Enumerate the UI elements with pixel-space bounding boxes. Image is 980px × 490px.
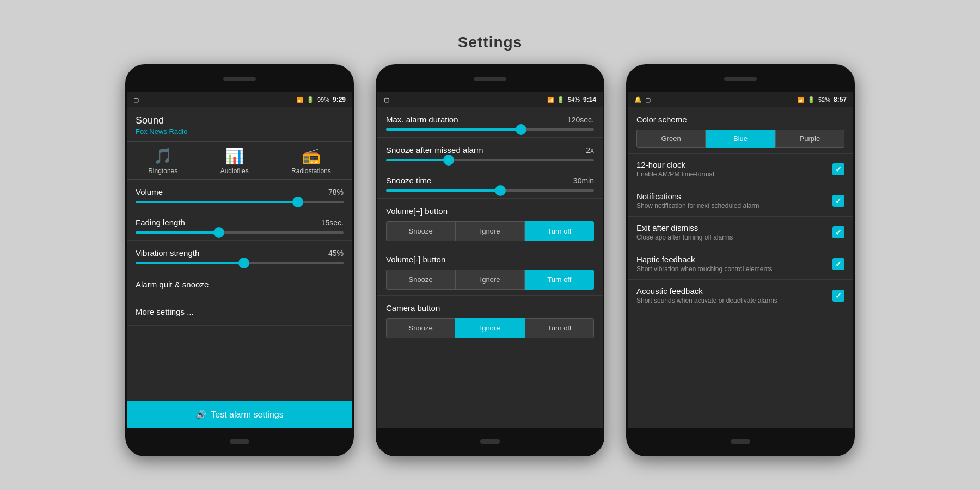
toggle-notifications-sublabel: Show notification for next scheduled ala… [636, 202, 826, 210]
phone-2: ▢ 📶 🔋 54% 9:14 Max. alarm duration 120se… [376, 64, 604, 456]
tab-ringtones[interactable]: 🎵 Ringtones [148, 147, 177, 175]
camera-snooze[interactable]: Snooze [386, 318, 455, 338]
alarm-quit-snooze-item[interactable]: Alarm quit & snooze [127, 271, 352, 298]
volume-minus-section: Volume[-] button Snooze Ignore Turn off [377, 247, 603, 296]
toggle-acoustic-text: Acoustic feedback Short sounds when acti… [636, 286, 826, 304]
tab-audiofiles[interactable]: 📊 Audiofiles [220, 147, 249, 175]
toggle-exit-dismiss-checkbox[interactable] [832, 226, 844, 238]
sound-title: Sound [136, 115, 344, 126]
volume-minus-label: Volume[-] button [386, 255, 594, 264]
toggle-haptic-sublabel: Short vibration when touching control el… [636, 265, 826, 273]
vibration-slider[interactable] [136, 262, 344, 264]
vibration-thumb[interactable] [238, 258, 249, 268]
page-title: Settings [458, 34, 522, 51]
phone-2-bezel-top [377, 66, 603, 92]
volume-minus-buttons: Snooze Ignore Turn off [386, 270, 594, 290]
speaker-icon: 🔊 [195, 409, 206, 420]
fading-slider[interactable] [136, 231, 344, 234]
max-alarm-value: 120sec. [567, 115, 594, 124]
volume-plus-snooze[interactable]: Snooze [386, 221, 455, 241]
phone-1-battery-icon: 🔋 [307, 96, 314, 103]
toggle-exit-dismiss[interactable]: Exit after dismiss Close app after turni… [628, 217, 853, 248]
toggle-acoustic[interactable]: Acoustic feedback Short sounds when acti… [628, 280, 853, 311]
toggle-haptic-text: Haptic feedback Short vibration when tou… [636, 255, 826, 273]
toggle-haptic-checkbox[interactable] [832, 258, 844, 270]
snooze-time-thumb[interactable] [495, 185, 506, 196]
toggle-12hour[interactable]: 12-hour clock Enable AM/PM time-format [628, 154, 853, 185]
snooze-time-slider[interactable] [386, 189, 594, 192]
color-purple[interactable]: Purple [775, 130, 844, 148]
snooze-time-label: Snooze time [386, 176, 431, 185]
snooze-time-fill [386, 189, 500, 192]
toggle-acoustic-checkbox[interactable] [832, 290, 844, 302]
volume-plus-section: Volume[+] button Snooze Ignore Turn off [377, 199, 603, 247]
phone-2-screen: Max. alarm duration 120sec. Snooze after… [377, 107, 603, 428]
volume-plus-label: Volume[+] button [386, 206, 594, 216]
snooze-missed-slider[interactable] [386, 159, 594, 161]
volume-minus-turnoff[interactable]: Turn off [525, 270, 594, 290]
radiostations-icon: 📻 [302, 147, 321, 165]
phone-3-bezel-top [628, 66, 853, 92]
fading-fill [136, 231, 219, 234]
phone-2-status-left: ▢ [384, 96, 389, 103]
color-green[interactable]: Green [636, 130, 706, 148]
phone-1-screen-icon: ▢ [133, 96, 139, 103]
volume-fill [136, 201, 298, 203]
max-alarm-thumb[interactable] [516, 124, 526, 135]
phone-3-screen: Color scheme Green Blue Purple 12-hour c… [628, 107, 853, 428]
snooze-missed-value: 2x [586, 146, 594, 155]
snooze-missed-label: Snooze after missed alarm [386, 145, 483, 155]
vibration-section: Vibration strength 45% [127, 241, 352, 271]
phone-1-status-right: 📶 🔋 99% 9:29 [297, 96, 346, 103]
toggle-12hour-label: 12-hour clock [636, 160, 826, 169]
phone-3-home-button[interactable] [731, 439, 750, 444]
audiofiles-label: Audiofiles [220, 167, 249, 175]
snooze-missed-thumb[interactable] [443, 155, 454, 166]
test-alarm-button[interactable]: 🔊 Test alarm settings [127, 401, 352, 428]
max-alarm-section: Max. alarm duration 120sec. [377, 107, 603, 138]
ringtones-label: Ringtones [148, 167, 177, 175]
toggle-haptic[interactable]: Haptic feedback Short vibration when tou… [628, 248, 853, 280]
camera-turnoff[interactable]: Turn off [525, 318, 594, 338]
phone-3-bezel-bottom [628, 428, 853, 455]
volume-slider[interactable] [136, 201, 344, 203]
volume-minus-snooze[interactable]: Snooze [386, 270, 455, 290]
volume-thumb[interactable] [292, 197, 303, 207]
toggle-12hour-checkbox[interactable] [832, 163, 844, 175]
tab-radiostations[interactable]: 📻 Radiostations [291, 147, 331, 175]
toggle-12hour-text: 12-hour clock Enable AM/PM time-format [636, 160, 826, 178]
volume-plus-ignore[interactable]: Ignore [455, 221, 524, 241]
phone-1: ▢ 📶 🔋 99% 9:29 Sound Fox News Radio 🎵 Ri… [125, 64, 354, 456]
volume-plus-turnoff[interactable]: Turn off [525, 221, 594, 241]
phone-3: 🔔 ▢ 📶 🔋 52% 8:57 Color scheme Green Blue… [626, 64, 855, 456]
toggle-notifications[interactable]: Notifications Show notification for next… [628, 185, 853, 217]
snooze-missed-section: Snooze after missed alarm 2x [377, 138, 603, 168]
color-blue[interactable]: Blue [706, 130, 775, 148]
toggle-haptic-label: Haptic feedback [636, 255, 826, 264]
more-settings-item[interactable]: More settings ... [127, 298, 352, 326]
toggle-exit-dismiss-label: Exit after dismiss [636, 223, 826, 232]
phones-container: ▢ 📶 🔋 99% 9:29 Sound Fox News Radio 🎵 Ri… [125, 64, 855, 456]
volume-minus-ignore[interactable]: Ignore [455, 270, 524, 290]
phone-2-home-button[interactable] [480, 439, 500, 444]
phone-1-signal: 📶 [297, 97, 303, 103]
phone-1-bezel-bottom [127, 428, 352, 455]
ringtones-icon: 🎵 [154, 147, 173, 165]
color-scheme-title: Color scheme [636, 115, 844, 124]
fading-thumb[interactable] [213, 227, 224, 238]
camera-buttons: Snooze Ignore Turn off [386, 318, 594, 338]
phone-1-home-button[interactable] [230, 439, 249, 444]
max-alarm-slider[interactable] [386, 128, 594, 131]
phone-3-battery-icon: 🔋 [807, 96, 815, 103]
phone-3-status-left: 🔔 ▢ [634, 96, 651, 103]
toggle-exit-dismiss-text: Exit after dismiss Close app after turni… [636, 223, 826, 241]
vibration-value: 45% [328, 249, 344, 258]
toggle-acoustic-sublabel: Short sounds when activate or deactivate… [636, 297, 826, 304]
toggle-notifications-checkbox[interactable] [832, 195, 844, 207]
phone-1-status-bar: ▢ 📶 🔋 99% 9:29 [127, 92, 352, 107]
toggle-notifications-label: Notifications [636, 192, 826, 201]
snooze-time-value: 30min [573, 176, 594, 185]
phone-2-speaker [474, 77, 506, 81]
camera-button-section: Camera button Snooze Ignore Turn off [377, 296, 603, 344]
camera-ignore[interactable]: Ignore [455, 318, 524, 338]
